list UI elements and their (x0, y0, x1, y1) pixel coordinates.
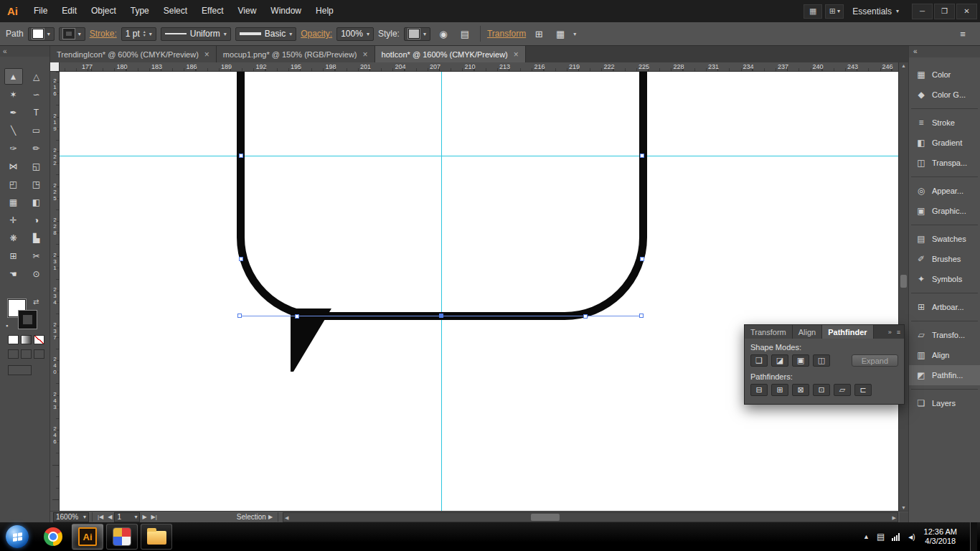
tab-close-icon[interactable]: × (514, 50, 519, 60)
close-button[interactable]: ✕ (956, 4, 977, 19)
taskbar-graphics-app-button[interactable] (106, 524, 138, 550)
artboard-navigation-field[interactable]: 1▾ (114, 512, 140, 522)
tool-free-transform[interactable]: ◱ (27, 158, 46, 174)
vertical-scroll-thumb[interactable] (900, 275, 907, 288)
display-tray-icon[interactable]: ▤ (877, 532, 885, 542)
start-button[interactable] (6, 525, 29, 548)
dock-item-symbols[interactable]: ✦Symbols (909, 269, 980, 289)
screen-mode-button[interactable] (8, 365, 32, 375)
stroke-panel-link[interactable]: Stroke: (90, 29, 117, 39)
tab-hoticon[interactable]: hotIcon* @ 1600% (CMYK/Preview)× (375, 46, 526, 62)
artboard-canvas[interactable] (60, 72, 898, 511)
tool-magic-wand[interactable]: ✶ (4, 86, 23, 103)
tool-pencil[interactable]: ✏ (27, 140, 46, 156)
width-profile-dropdown[interactable]: Uniform▾ (161, 27, 231, 41)
tool-direct-selection[interactable]: △ (27, 68, 46, 85)
dock-item-transparency[interactable]: ◫Transpa... (909, 153, 980, 173)
opacity-panel-link[interactable]: Opacity: (301, 29, 332, 39)
dock-item-layers[interactable]: ❏Layers (909, 393, 980, 413)
dock-item-color[interactable]: ▦Color (909, 65, 980, 85)
arrange-documents-icon[interactable]: ▦ (804, 4, 822, 19)
expand-button[interactable]: Expand (852, 354, 898, 367)
taskbar-illustrator-button[interactable]: Ai (72, 524, 103, 550)
stroke-weight-field[interactable]: 1 pt▴▾▾ (121, 27, 156, 41)
control-panel-menu-icon[interactable]: ≡ (954, 27, 971, 42)
transform-panel-link[interactable]: Transform (487, 29, 526, 39)
scroll-down-icon[interactable]: ▼ (899, 505, 908, 510)
anchor-point[interactable] (640, 257, 644, 261)
tool-gradient[interactable]: ◧ (27, 194, 46, 210)
shape-mode-minus-front[interactable]: ◪ (771, 354, 788, 367)
horizontal-ruler[interactable]: 1771801831861891921951982012042072102132… (60, 62, 898, 72)
horizontal-scroll-thumb[interactable] (531, 514, 560, 521)
tool-type[interactable]: T (27, 104, 46, 121)
pathfinder-op-crop[interactable]: ⊡ (813, 384, 830, 396)
stepper-icon[interactable]: ▴▾ (143, 30, 146, 37)
anchor-point[interactable] (640, 154, 644, 158)
swap-fill-stroke-icon[interactable]: ⇄ (33, 298, 39, 306)
minimize-button[interactable]: ─ (912, 4, 933, 19)
tool-lasso[interactable]: ∽ (27, 86, 46, 103)
status-menu-icon[interactable]: ▶ (268, 514, 273, 520)
panel-tab-transform[interactable]: Transform (745, 325, 793, 339)
first-artboard-button[interactable]: |◀ (98, 514, 103, 520)
previous-artboard-button[interactable]: ◀ (108, 514, 112, 520)
stroke-color-dropdown[interactable]: ▾ (59, 27, 85, 41)
shape-mode-intersect[interactable]: ▣ (792, 354, 809, 367)
tab-trendingicon[interactable]: TrendingIcon* @ 600% (CMYK/Preview)× (50, 46, 217, 62)
tool-hand[interactable]: ☚ (4, 265, 23, 282)
opacity-field[interactable]: 100%▾ (336, 27, 374, 41)
gradient-button[interactable] (21, 335, 32, 344)
draw-inside-button[interactable] (34, 349, 44, 359)
layout-dropdown-icon[interactable]: ⊞▾ (825, 4, 844, 19)
default-fill-stroke-icon[interactable]: ▪ (6, 322, 8, 329)
panel-tab-align[interactable]: Align (793, 325, 822, 339)
tool-symbol-sprayer[interactable]: ❋ (4, 230, 23, 246)
pathfinder-op-outline[interactable]: ▱ (834, 384, 851, 396)
tool-width[interactable]: ⋈ (4, 158, 23, 174)
menu-item[interactable]: Edit (55, 0, 84, 22)
scroll-right-icon[interactable]: ▶ (892, 515, 896, 521)
tools-collapse-strip[interactable]: « (0, 46, 50, 57)
volume-icon[interactable]: ◄) (907, 533, 913, 541)
speech-bubble-path[interactable] (237, 72, 647, 320)
color-button[interactable] (8, 335, 19, 344)
taskbar-chrome-button[interactable] (37, 524, 69, 550)
tool-pen[interactable]: ✒ (4, 104, 23, 121)
dock-item-color-guide[interactable]: ◆Color G... (909, 85, 980, 105)
scroll-up-icon[interactable]: ▲ (899, 63, 908, 68)
tool-artboard[interactable]: ⊞ (4, 248, 23, 264)
panel-expand-icon[interactable]: » (888, 329, 892, 336)
tab-mocup1[interactable]: mocup1.png* @ 150% (RGB/Preview)× (217, 46, 375, 62)
zoom-level-field[interactable]: 1600%▾ (53, 512, 89, 522)
draw-normal-button[interactable] (8, 349, 19, 359)
anchor-point[interactable] (237, 314, 242, 318)
dock-item-brushes[interactable]: ✐Brushes (909, 249, 980, 269)
tool-paintbrush[interactable]: ✑ (4, 140, 23, 156)
menu-item[interactable]: Object (84, 0, 123, 22)
stroke-color-swatch[interactable] (19, 311, 37, 329)
draw-behind-button[interactable] (21, 349, 32, 359)
pathfinder-op-merge[interactable]: ⊠ (792, 384, 809, 396)
dock-item-appearance[interactable]: ◎Appear... (909, 181, 980, 201)
last-artboard-button[interactable]: ▶| (151, 514, 157, 520)
fill-color-dropdown[interactable]: ▾ (28, 27, 55, 41)
align-objects-icon[interactable]: ⊞ (530, 27, 547, 42)
none-button[interactable] (34, 335, 44, 344)
tool-blend[interactable]: ◑ (27, 212, 46, 228)
menu-item[interactable]: Effect (194, 0, 230, 22)
pathfinder-op-divide[interactable]: ⊟ (750, 384, 768, 396)
recolor-artwork-icon[interactable]: ◉ (435, 27, 452, 42)
brush-definition-dropdown[interactable]: Basic▾ (235, 27, 296, 41)
anchor-point-selected[interactable] (439, 314, 443, 318)
tool-perspective-grid[interactable]: ◳ (27, 176, 46, 192)
shape-mode-unite[interactable]: ❑ (750, 354, 768, 367)
vertical-scrollbar[interactable]: ▲ ▼ (898, 62, 908, 511)
vertical-ruler[interactable]: 216219222225228231234237240243246 (50, 72, 60, 511)
isolate-selection-icon[interactable]: ▦ (552, 27, 569, 42)
dock-item-stroke[interactable]: ≡Stroke (909, 113, 980, 133)
dock-item-transform[interactable]: ▱Transfo... (909, 325, 980, 345)
document-setup-icon[interactable]: ▤ (456, 27, 473, 42)
show-desktop-button[interactable] (970, 522, 977, 551)
menu-item[interactable]: Window (263, 0, 308, 22)
